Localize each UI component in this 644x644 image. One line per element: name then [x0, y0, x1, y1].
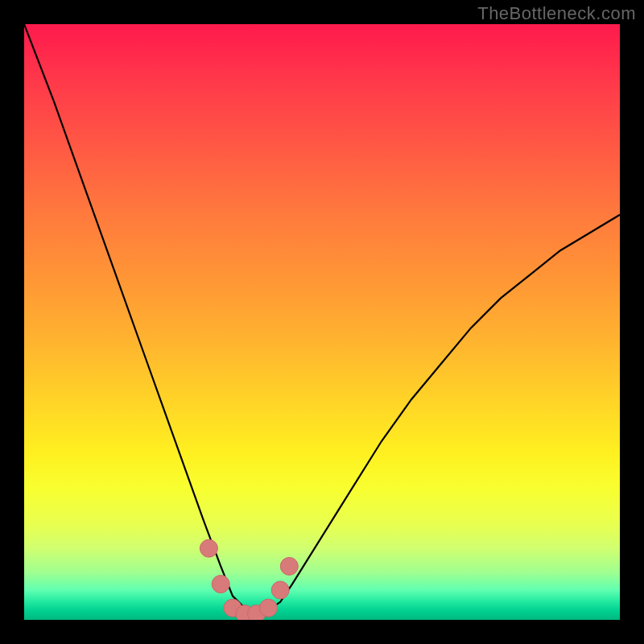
bottleneck-curve: [24, 24, 620, 614]
chart-frame: TheBottleneck.com: [0, 0, 644, 644]
watermark-text: TheBottleneck.com: [477, 3, 636, 24]
highlight-point: [280, 557, 298, 575]
plot-area: [24, 24, 620, 620]
highlight-point: [259, 599, 277, 617]
highlight-markers: [200, 539, 298, 620]
curve-layer: [24, 24, 620, 620]
highlight-point: [271, 581, 289, 599]
highlight-point: [200, 539, 217, 557]
highlight-point: [212, 576, 229, 593]
